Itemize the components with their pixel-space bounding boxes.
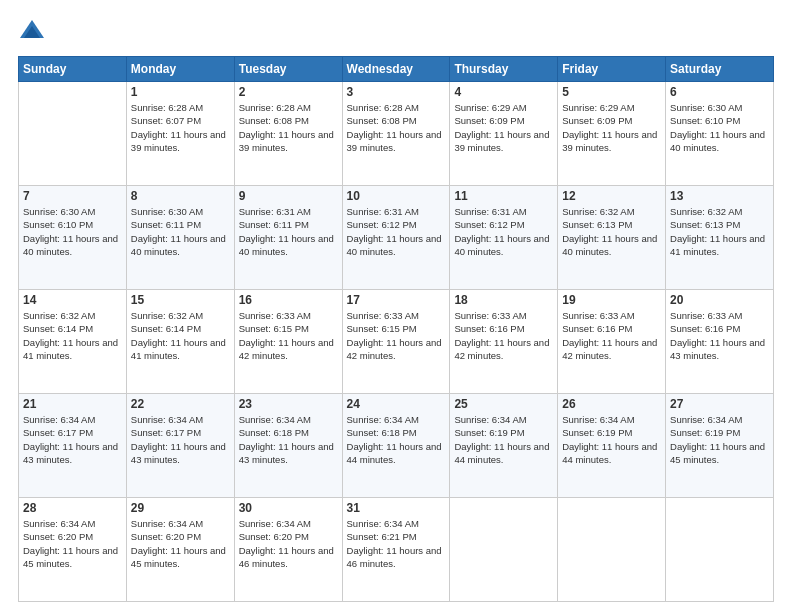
day-detail: Sunrise: 6:30 AMSunset: 6:11 PMDaylight:…	[131, 205, 230, 258]
calendar-cell: 9Sunrise: 6:31 AMSunset: 6:11 PMDaylight…	[234, 186, 342, 290]
day-detail: Sunrise: 6:33 AMSunset: 6:16 PMDaylight:…	[562, 309, 661, 362]
calendar-cell: 16Sunrise: 6:33 AMSunset: 6:15 PMDayligh…	[234, 290, 342, 394]
calendar-cell: 21Sunrise: 6:34 AMSunset: 6:17 PMDayligh…	[19, 394, 127, 498]
day-number: 9	[239, 189, 338, 203]
day-detail: Sunrise: 6:31 AMSunset: 6:12 PMDaylight:…	[347, 205, 446, 258]
calendar-cell: 1Sunrise: 6:28 AMSunset: 6:07 PMDaylight…	[126, 82, 234, 186]
calendar-cell: 12Sunrise: 6:32 AMSunset: 6:13 PMDayligh…	[558, 186, 666, 290]
day-detail: Sunrise: 6:30 AMSunset: 6:10 PMDaylight:…	[23, 205, 122, 258]
day-number: 15	[131, 293, 230, 307]
calendar-cell: 4Sunrise: 6:29 AMSunset: 6:09 PMDaylight…	[450, 82, 558, 186]
calendar-cell	[19, 82, 127, 186]
day-detail: Sunrise: 6:29 AMSunset: 6:09 PMDaylight:…	[562, 101, 661, 154]
day-number: 7	[23, 189, 122, 203]
day-detail: Sunrise: 6:34 AMSunset: 6:20 PMDaylight:…	[239, 517, 338, 570]
calendar-week-row: 1Sunrise: 6:28 AMSunset: 6:07 PMDaylight…	[19, 82, 774, 186]
day-number: 24	[347, 397, 446, 411]
day-number: 16	[239, 293, 338, 307]
day-number: 18	[454, 293, 553, 307]
calendar-cell: 31Sunrise: 6:34 AMSunset: 6:21 PMDayligh…	[342, 498, 450, 602]
calendar-cell	[450, 498, 558, 602]
day-detail: Sunrise: 6:32 AMSunset: 6:14 PMDaylight:…	[131, 309, 230, 362]
day-number: 14	[23, 293, 122, 307]
calendar-cell: 14Sunrise: 6:32 AMSunset: 6:14 PMDayligh…	[19, 290, 127, 394]
day-number: 8	[131, 189, 230, 203]
day-detail: Sunrise: 6:33 AMSunset: 6:15 PMDaylight:…	[347, 309, 446, 362]
day-detail: Sunrise: 6:32 AMSunset: 6:13 PMDaylight:…	[562, 205, 661, 258]
day-number: 5	[562, 85, 661, 99]
day-detail: Sunrise: 6:28 AMSunset: 6:08 PMDaylight:…	[239, 101, 338, 154]
weekday-header: Wednesday	[342, 57, 450, 82]
day-number: 19	[562, 293, 661, 307]
calendar-cell: 7Sunrise: 6:30 AMSunset: 6:10 PMDaylight…	[19, 186, 127, 290]
calendar-cell: 10Sunrise: 6:31 AMSunset: 6:12 PMDayligh…	[342, 186, 450, 290]
calendar-cell: 30Sunrise: 6:34 AMSunset: 6:20 PMDayligh…	[234, 498, 342, 602]
calendar-cell: 19Sunrise: 6:33 AMSunset: 6:16 PMDayligh…	[558, 290, 666, 394]
day-number: 13	[670, 189, 769, 203]
calendar-cell: 18Sunrise: 6:33 AMSunset: 6:16 PMDayligh…	[450, 290, 558, 394]
day-detail: Sunrise: 6:28 AMSunset: 6:07 PMDaylight:…	[131, 101, 230, 154]
calendar-cell: 6Sunrise: 6:30 AMSunset: 6:10 PMDaylight…	[666, 82, 774, 186]
day-number: 25	[454, 397, 553, 411]
day-number: 21	[23, 397, 122, 411]
day-number: 20	[670, 293, 769, 307]
day-detail: Sunrise: 6:34 AMSunset: 6:19 PMDaylight:…	[670, 413, 769, 466]
calendar-week-row: 14Sunrise: 6:32 AMSunset: 6:14 PMDayligh…	[19, 290, 774, 394]
calendar-cell: 3Sunrise: 6:28 AMSunset: 6:08 PMDaylight…	[342, 82, 450, 186]
day-number: 4	[454, 85, 553, 99]
calendar-week-row: 21Sunrise: 6:34 AMSunset: 6:17 PMDayligh…	[19, 394, 774, 498]
calendar-cell: 13Sunrise: 6:32 AMSunset: 6:13 PMDayligh…	[666, 186, 774, 290]
day-detail: Sunrise: 6:33 AMSunset: 6:16 PMDaylight:…	[670, 309, 769, 362]
day-detail: Sunrise: 6:33 AMSunset: 6:16 PMDaylight:…	[454, 309, 553, 362]
logo-icon	[18, 18, 46, 46]
weekday-header: Thursday	[450, 57, 558, 82]
calendar-cell: 26Sunrise: 6:34 AMSunset: 6:19 PMDayligh…	[558, 394, 666, 498]
day-number: 29	[131, 501, 230, 515]
day-number: 3	[347, 85, 446, 99]
day-number: 30	[239, 501, 338, 515]
weekday-header: Monday	[126, 57, 234, 82]
day-detail: Sunrise: 6:31 AMSunset: 6:11 PMDaylight:…	[239, 205, 338, 258]
day-number: 26	[562, 397, 661, 411]
day-number: 22	[131, 397, 230, 411]
calendar-week-row: 7Sunrise: 6:30 AMSunset: 6:10 PMDaylight…	[19, 186, 774, 290]
day-detail: Sunrise: 6:34 AMSunset: 6:21 PMDaylight:…	[347, 517, 446, 570]
day-number: 27	[670, 397, 769, 411]
day-number: 31	[347, 501, 446, 515]
day-detail: Sunrise: 6:29 AMSunset: 6:09 PMDaylight:…	[454, 101, 553, 154]
day-detail: Sunrise: 6:30 AMSunset: 6:10 PMDaylight:…	[670, 101, 769, 154]
calendar-cell: 29Sunrise: 6:34 AMSunset: 6:20 PMDayligh…	[126, 498, 234, 602]
day-detail: Sunrise: 6:34 AMSunset: 6:20 PMDaylight:…	[131, 517, 230, 570]
day-detail: Sunrise: 6:34 AMSunset: 6:20 PMDaylight:…	[23, 517, 122, 570]
calendar-cell: 5Sunrise: 6:29 AMSunset: 6:09 PMDaylight…	[558, 82, 666, 186]
weekday-header: Saturday	[666, 57, 774, 82]
calendar-cell: 15Sunrise: 6:32 AMSunset: 6:14 PMDayligh…	[126, 290, 234, 394]
calendar-cell: 28Sunrise: 6:34 AMSunset: 6:20 PMDayligh…	[19, 498, 127, 602]
calendar-cell: 17Sunrise: 6:33 AMSunset: 6:15 PMDayligh…	[342, 290, 450, 394]
day-number: 10	[347, 189, 446, 203]
day-number: 12	[562, 189, 661, 203]
day-number: 2	[239, 85, 338, 99]
day-detail: Sunrise: 6:34 AMSunset: 6:17 PMDaylight:…	[131, 413, 230, 466]
day-number: 17	[347, 293, 446, 307]
calendar-cell	[666, 498, 774, 602]
calendar-cell: 22Sunrise: 6:34 AMSunset: 6:17 PMDayligh…	[126, 394, 234, 498]
day-number: 1	[131, 85, 230, 99]
calendar-cell: 27Sunrise: 6:34 AMSunset: 6:19 PMDayligh…	[666, 394, 774, 498]
calendar-cell: 8Sunrise: 6:30 AMSunset: 6:11 PMDaylight…	[126, 186, 234, 290]
day-number: 28	[23, 501, 122, 515]
logo	[18, 18, 50, 46]
day-detail: Sunrise: 6:34 AMSunset: 6:18 PMDaylight:…	[239, 413, 338, 466]
weekday-header: Tuesday	[234, 57, 342, 82]
day-number: 23	[239, 397, 338, 411]
day-detail: Sunrise: 6:34 AMSunset: 6:19 PMDaylight:…	[562, 413, 661, 466]
calendar-cell: 2Sunrise: 6:28 AMSunset: 6:08 PMDaylight…	[234, 82, 342, 186]
day-detail: Sunrise: 6:32 AMSunset: 6:14 PMDaylight:…	[23, 309, 122, 362]
day-detail: Sunrise: 6:32 AMSunset: 6:13 PMDaylight:…	[670, 205, 769, 258]
calendar-cell: 23Sunrise: 6:34 AMSunset: 6:18 PMDayligh…	[234, 394, 342, 498]
weekday-header: Sunday	[19, 57, 127, 82]
calendar-cell: 25Sunrise: 6:34 AMSunset: 6:19 PMDayligh…	[450, 394, 558, 498]
weekday-header: Friday	[558, 57, 666, 82]
day-detail: Sunrise: 6:28 AMSunset: 6:08 PMDaylight:…	[347, 101, 446, 154]
calendar-cell	[558, 498, 666, 602]
